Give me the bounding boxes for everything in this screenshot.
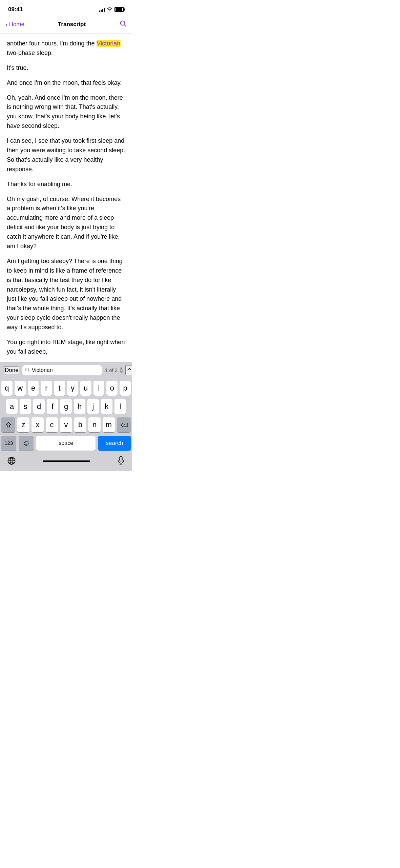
keyboard: q w e r t y u i o p a s d f g h j k l z … — [0, 378, 132, 471]
find-clear-button[interactable]: × — [120, 367, 123, 373]
key-d[interactable]: d — [33, 399, 45, 414]
key-y[interactable]: y — [67, 381, 78, 396]
keyboard-row-4: 123 ☺ space search — [0, 436, 132, 451]
paragraph-1: It's true. — [7, 63, 125, 73]
key-q[interactable]: q — [1, 381, 13, 396]
back-label: Home — [9, 21, 24, 28]
find-input-wrapper — [22, 365, 102, 375]
paragraph-0: another four hours. I'm doing the Victor… — [7, 39, 125, 58]
key-g[interactable]: g — [60, 399, 72, 414]
battery-icon — [114, 7, 124, 12]
key-c[interactable]: c — [46, 417, 58, 432]
key-h[interactable]: h — [74, 399, 85, 414]
paragraph-5: Thanks for enabling me. — [7, 180, 125, 189]
paragraph-2: And once I'm on the moon, that feels oka… — [7, 78, 125, 88]
find-nav-buttons — [125, 365, 132, 375]
backspace-key[interactable] — [117, 417, 131, 432]
key-n[interactable]: n — [88, 417, 101, 432]
key-u[interactable]: u — [80, 381, 91, 396]
key-r[interactable]: r — [41, 381, 52, 396]
key-i[interactable]: i — [93, 381, 105, 396]
signal-icon — [99, 7, 105, 12]
status-bar: 09:41 — [0, 0, 132, 16]
nav-bar: ‹ Home Transcript — [0, 16, 132, 34]
paragraph-3: Oh, yeah. And once I'm on the moon, ther… — [7, 93, 125, 131]
keyboard-bottom-row — [0, 454, 132, 471]
key-z[interactable]: z — [17, 417, 29, 432]
svg-rect-4 — [120, 456, 122, 461]
highlight-victorian: Victorian — [97, 40, 121, 47]
wifi-icon — [107, 7, 112, 12]
key-s[interactable]: s — [20, 399, 31, 414]
key-w[interactable]: w — [15, 381, 26, 396]
back-button[interactable]: ‹ Home — [5, 21, 24, 28]
key-j[interactable]: j — [87, 399, 99, 414]
key-b[interactable]: b — [74, 417, 86, 432]
key-x[interactable]: x — [31, 417, 44, 432]
find-input[interactable] — [32, 367, 100, 373]
find-search-icon — [25, 367, 30, 373]
status-time: 09:41 — [8, 6, 23, 13]
paragraph-7: Am I getting too sleepy? There is one th… — [7, 257, 125, 332]
microphone-icon[interactable] — [117, 456, 125, 468]
key-k[interactable]: k — [101, 399, 112, 414]
search-key[interactable]: search — [98, 436, 131, 451]
key-emoji[interactable]: ☺ — [19, 436, 34, 451]
key-f[interactable]: f — [47, 399, 58, 414]
key-e[interactable]: e — [28, 381, 39, 396]
key-m[interactable]: m — [103, 417, 115, 432]
key-l[interactable]: l — [114, 399, 126, 414]
paragraph-8: You go right into REM stage, like right … — [7, 338, 125, 357]
space-key[interactable]: space — [36, 436, 96, 451]
paragraph-4: I can see, I see that you took first sle… — [7, 136, 125, 174]
find-count: 1 of 2 — [105, 367, 118, 373]
find-done-button[interactable]: Done — [4, 366, 19, 374]
keyboard-row-2: a s d f g h j k l — [0, 399, 132, 414]
key-a[interactable]: a — [6, 399, 18, 414]
shift-key[interactable] — [1, 417, 15, 432]
status-icons — [99, 7, 124, 12]
home-indicator — [43, 460, 90, 462]
find-prev-button[interactable] — [125, 365, 132, 375]
key-t[interactable]: t — [54, 381, 65, 396]
transcript-content: another four hours. I'm doing the Victor… — [0, 34, 132, 362]
keyboard-row-1: q w e r t y u i o p — [0, 381, 132, 396]
back-chevron-icon: ‹ — [5, 21, 8, 28]
find-bar: Done 1 of 2 × — [0, 362, 132, 378]
paragraph-6: Oh my gosh, of course. Where it becomes … — [7, 195, 125, 251]
key-p[interactable]: p — [120, 381, 131, 396]
globe-icon[interactable] — [7, 456, 16, 468]
search-icon[interactable] — [119, 20, 127, 29]
key-v[interactable]: v — [60, 417, 72, 432]
page-title: Transcript — [58, 21, 86, 28]
keyboard-row-3: z x c v b n m — [0, 417, 132, 432]
key-123[interactable]: 123 — [1, 436, 16, 451]
key-o[interactable]: o — [106, 381, 118, 396]
